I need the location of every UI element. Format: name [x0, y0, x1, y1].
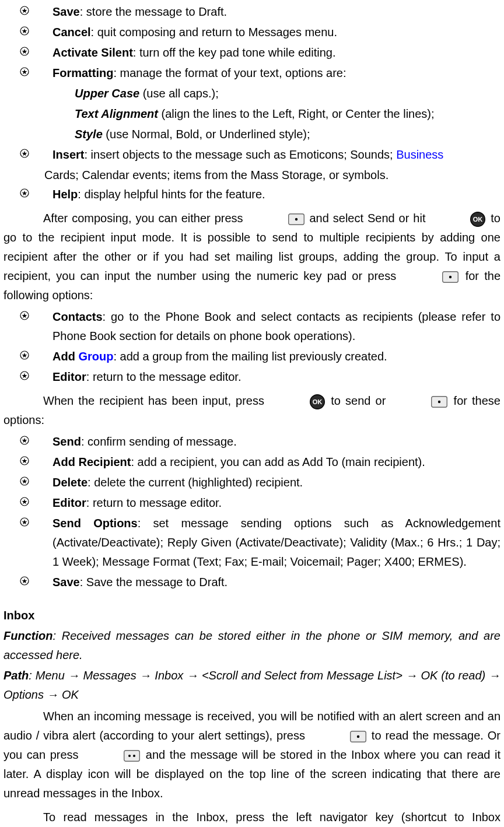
softkey-right-icon	[84, 750, 140, 762]
bullet-icon	[20, 371, 29, 380]
list-text-cont: Cards; Calendar events; items from the M…	[4, 166, 501, 185]
list-text: Send Options: set message sending option…	[52, 514, 501, 572]
bullet-icon	[20, 188, 29, 198]
softkey-icon	[310, 731, 366, 742]
list-item: Editor: return to the message editor.	[4, 367, 501, 387]
list-item: Activate Silent: turn off the key pad to…	[4, 43, 501, 62]
paragraph: When an incoming message is received, yo…	[4, 707, 501, 803]
list-text: Add Recipient: add a recipient, you can …	[52, 453, 501, 472]
list-text: Insert: insert objects to the message su…	[52, 145, 501, 164]
bullet-icon	[20, 517, 29, 527]
softkey-icon	[402, 271, 459, 283]
list-text: Cancel: quit composing and return to Mes…	[52, 23, 501, 42]
list-text: Formatting: manage the format of your te…	[52, 64, 501, 83]
section-heading-inbox: Inbox	[4, 606, 501, 625]
list-text: Activate Silent: turn off the key pad to…	[52, 43, 501, 62]
bullet-icon	[20, 436, 29, 445]
paragraph: After composing, you can either press an…	[4, 209, 501, 305]
list-item: Send Options: set message sending option…	[4, 514, 501, 572]
list-text: Contacts: go to the Phone Book and selec…	[52, 307, 501, 346]
list-item: Save: Save the message to Draft.	[4, 573, 501, 592]
list-item: Cancel: quit composing and return to Mes…	[4, 23, 501, 42]
list-item: Contacts: go to the Phone Book and selec…	[4, 307, 501, 346]
list-text: Editor: return to message editor.	[52, 493, 501, 513]
path-line: Path: Menu → Messages → Inbox → <Scroll …	[4, 666, 501, 705]
list-item: Add Recipient: add a recipient, you can …	[4, 453, 501, 472]
bullet-icon	[20, 149, 29, 158]
bullet-icon	[20, 576, 29, 586]
list-text: Save: Save the message to Draft.	[52, 573, 501, 592]
list-item: Help: display helpful hints for the feat…	[4, 185, 501, 204]
bullet-icon	[20, 351, 29, 360]
list-text: Delete: delete the current (highlighted)…	[52, 473, 501, 492]
bullet-icon	[20, 476, 29, 486]
bullet-icon	[20, 6, 29, 15]
list-item: Add Group: add a group from the mailing …	[4, 347, 501, 366]
list-text: Send: confirm sending of message.	[52, 432, 501, 451]
sub-list-item: Text Alignment (align the lines to the L…	[75, 104, 501, 124]
list-item: Formatting: manage the format of your te…	[4, 64, 501, 83]
function-line: Function: Received messages can be store…	[4, 626, 501, 665]
softkey-icon	[249, 213, 304, 225]
ok-key-icon	[270, 394, 325, 409]
bullet-icon	[20, 456, 29, 465]
bullet-icon	[20, 26, 29, 36]
list-item: Send: confirm sending of message.	[4, 432, 501, 451]
list-text: Save: store the message to Draft.	[52, 2, 501, 22]
paragraph: To read messages in the Inbox, press the…	[4, 808, 501, 827]
ok-key-icon	[430, 212, 485, 227]
list-text: Editor: return to the message editor.	[52, 367, 501, 387]
list-item-insert: Insert: insert objects to the message su…	[4, 145, 501, 164]
paragraph: When the recipient has been input, press…	[4, 391, 501, 430]
list-text: Help: display helpful hints for the feat…	[52, 185, 501, 204]
list-item: Save: store the message to Draft.	[4, 2, 501, 22]
bullet-icon	[20, 47, 29, 56]
sub-list-item: Style (use Normal, Bold, or Underlined s…	[75, 125, 501, 144]
bullet-icon	[20, 311, 29, 320]
bullet-icon	[20, 497, 29, 506]
list-item: Delete: delete the current (highlighted)…	[4, 473, 501, 492]
list-item: Editor: return to message editor.	[4, 493, 501, 513]
sub-list-item: Upper Case (use all caps.);	[75, 84, 501, 103]
bullet-icon	[20, 67, 29, 76]
list-text: Add Group: add a group from the mailing …	[52, 347, 501, 366]
softkey-icon	[391, 396, 447, 408]
